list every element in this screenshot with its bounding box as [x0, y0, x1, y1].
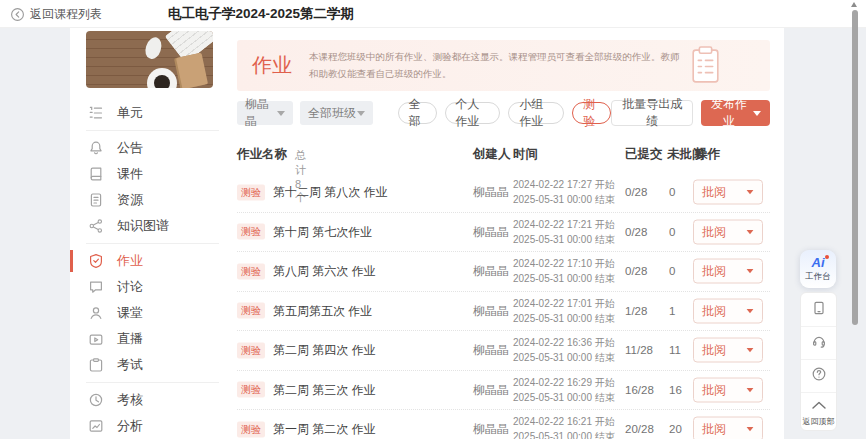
class-select-value: 全部班级: [308, 105, 356, 122]
review-button[interactable]: 批阅: [693, 417, 763, 439]
submitted-cell: 0/28: [625, 226, 647, 238]
homework-name-link[interactable]: 第二周 第三次 作业: [273, 381, 376, 398]
review-button[interactable]: 批阅: [693, 259, 763, 284]
filter-chip[interactable]: 个人作业: [445, 102, 501, 124]
banner-title: 作业: [252, 52, 292, 79]
end-time: 2025-05-31 00:00 结束: [513, 192, 615, 207]
table-row: 测验 第二周 第四次 作业 柳晶晶 2024-02-22 16:36 开始 20…: [237, 331, 770, 371]
homework-name-link[interactable]: 第五周第五次 作业: [273, 302, 372, 319]
sidebar-item[interactable]: 考核: [70, 387, 237, 413]
review-button[interactable]: 批阅: [693, 219, 763, 244]
back-label: 返回课程列表: [30, 6, 102, 23]
time-cell: 2024-02-22 17:01 开始 2025-05-31 00:00 结束: [513, 296, 615, 326]
col-submitted: 已提交: [625, 146, 663, 163]
sidebar-item[interactable]: 公告: [70, 135, 237, 161]
sidebar-item-label: 资源: [117, 191, 143, 209]
review-button[interactable]: 批阅: [693, 377, 763, 402]
end-time: 2025-05-31 00:00 结束: [513, 429, 615, 439]
batch-export-grades-button[interactable]: 批量导出成绩: [611, 100, 693, 126]
book-icon: [88, 166, 104, 182]
homework-list: 测验 第十二周 第八次 作业 柳晶晶 2024-02-22 17:27 开始 2…: [237, 173, 770, 439]
review-button[interactable]: 批阅: [693, 298, 763, 323]
unreviewed-cell: 20: [669, 423, 682, 435]
sidebar-item[interactable]: 单元: [70, 100, 237, 126]
creator-cell: 柳晶晶: [473, 184, 509, 201]
help-icon: [811, 366, 827, 386]
sidebar-item-label: 课件: [117, 165, 143, 183]
sidebar-item[interactable]: 讨论: [70, 274, 237, 300]
homework-name-link[interactable]: 第二周 第四次 作业: [273, 342, 376, 359]
type-filter-chips: 全部 个人作业 小组作业 测验: [398, 102, 611, 124]
course-homework-page: 返回课程列表 电工电子学2024-2025第二学期 单元 公告: [0, 0, 866, 439]
homework-name-link[interactable]: 第十二周 第八次 作业: [273, 184, 388, 201]
chat-icon: [88, 279, 104, 295]
homework-banner: 作业 本课程您班级中的所有作业、测验都在这显示。课程管理员可查看全部班级的作业。…: [237, 40, 770, 91]
review-button[interactable]: 批阅: [693, 180, 763, 205]
chevron-down-icon: [747, 190, 754, 194]
unreviewed-cell: 1: [669, 305, 675, 317]
publish-homework-button[interactable]: 发布作业: [701, 100, 770, 126]
back-to-course-list-button[interactable]: 返回课程列表: [10, 0, 102, 28]
time-cell: 2024-02-22 16:29 开始 2025-05-31 00:00 结束: [513, 375, 615, 405]
sidebar-item-label: 直播: [117, 330, 143, 348]
sidebar: 单元 公告 课件 资源 知识图谱 作业: [70, 28, 237, 439]
help-button[interactable]: [801, 359, 836, 392]
ordered-list-icon: [88, 105, 104, 121]
col-action: 操作: [695, 146, 720, 163]
chevron-down-icon: [277, 111, 285, 116]
sidebar-item[interactable]: 资源: [70, 187, 237, 213]
table-header: 作业名称总计8个 创建人 时间 已提交 未批阅 操作: [237, 144, 770, 164]
graph-icon: [88, 218, 104, 234]
class-select[interactable]: 全部班级: [300, 101, 373, 125]
scrollbar-thumb[interactable]: [852, 10, 858, 325]
scrollbar-up-arrow[interactable]: [851, 2, 857, 7]
time-cell: 2024-02-22 16:21 开始 2025-05-31 00:00 结束: [513, 414, 615, 439]
sidebar-item-label: 考试: [117, 356, 143, 374]
ai-workbench-button[interactable]: Ai 工作台: [800, 250, 836, 288]
end-time: 2025-05-31 00:00 结束: [513, 232, 615, 247]
start-time: 2024-02-22 17:27 开始: [513, 177, 615, 192]
coffee-cup-decoration: [147, 68, 177, 88]
sidebar-item-label: 知识图谱: [117, 217, 169, 235]
chevron-down-icon: [753, 111, 761, 116]
filter-chip[interactable]: 小组作业: [508, 102, 564, 124]
time-cell: 2024-02-22 16:36 开始 2025-05-31 00:00 结束: [513, 335, 615, 365]
file-icon: [88, 192, 104, 208]
course-cover-image: [86, 31, 213, 88]
review-button[interactable]: 批阅: [693, 338, 763, 363]
support-button[interactable]: [801, 326, 836, 359]
chevron-down-icon: [747, 348, 754, 352]
ai-red-dot: [825, 255, 829, 259]
sidebar-item[interactable]: 分析: [70, 413, 237, 439]
homework-name-link[interactable]: 第十周 第七次作业: [273, 223, 372, 240]
teacher-select[interactable]: 柳晶晶: [237, 101, 293, 125]
col-name: 作业名称: [237, 147, 287, 161]
tablet-icon: [811, 300, 827, 320]
sidebar-item[interactable]: 课件: [70, 161, 237, 187]
homework-name-link[interactable]: 第一周 第二次 作业: [273, 421, 376, 438]
notebook-decoration: [176, 53, 208, 88]
exam-icon: [88, 357, 104, 373]
sidebar-item[interactable]: 作业: [70, 248, 237, 274]
table-row: 测验 第八周 第六次 作业 柳晶晶 2024-02-22 17:10 开始 20…: [237, 252, 770, 292]
quiz-badge: 测验: [237, 184, 265, 200]
sidebar-item[interactable]: 考试: [70, 352, 237, 378]
sidebar-item[interactable]: 知识图谱: [70, 213, 237, 239]
creator-cell: 柳晶晶: [473, 381, 509, 398]
back-to-top-button[interactable]: 返回顶部: [801, 392, 836, 430]
filter-chip-label: 个人作业: [456, 96, 490, 130]
end-time: 2025-05-31 00:00 结束: [513, 350, 615, 365]
filter-chip[interactable]: 全部: [398, 102, 437, 124]
start-time: 2024-02-22 17:10 开始: [513, 256, 615, 271]
side-toolbar: 返回顶部: [800, 292, 837, 431]
unreviewed-cell: 0: [669, 186, 675, 198]
chart-icon: [88, 418, 104, 434]
homework-name-link[interactable]: 第八周 第六次 作业: [273, 263, 376, 280]
filter-chip[interactable]: 测验: [572, 102, 611, 124]
filter-chip-label: 测验: [583, 96, 600, 130]
sidebar-item-label: 课堂: [117, 304, 143, 322]
mobile-app-button[interactable]: [801, 293, 836, 326]
banner-description: 本课程您班级中的所有作业、测验都在这显示。课程管理员可查看全部班级的作业。教师和…: [309, 49, 681, 81]
sidebar-item[interactable]: 课堂: [70, 300, 237, 326]
sidebar-item[interactable]: 直播: [70, 326, 237, 352]
